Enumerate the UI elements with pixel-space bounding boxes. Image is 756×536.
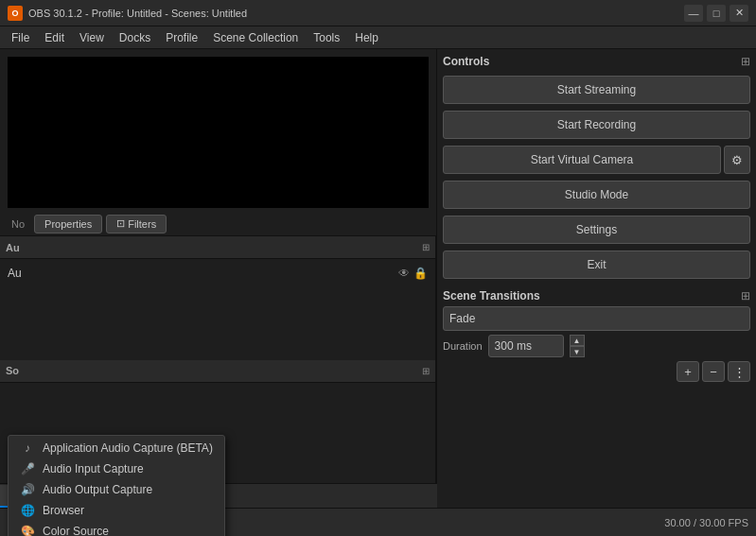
transition-select[interactable]: Fade Cut Swipe Slide — [443, 306, 750, 331]
dropdown-item-label: Audio Input Capture — [43, 462, 144, 475]
audio-panel-label: Au — [6, 242, 20, 253]
app-audio-icon: ♪ — [20, 441, 35, 455]
remove-transition-button[interactable]: − — [702, 361, 725, 382]
audio-panel-header: Au ⊞ — [0, 236, 435, 259]
start-virtual-camera-button[interactable]: Start Virtual Camera — [443, 146, 721, 174]
controls-header: Controls ⊞ — [443, 55, 750, 68]
audio-panel-content: Au 👁 🔒 — [0, 259, 435, 360]
spin-buttons: ▲ ▼ — [570, 335, 585, 357]
title-bar: O OBS 30.1.2 - Profile: Untitled - Scene… — [0, 0, 756, 26]
window-controls: — □ ✕ — [684, 5, 748, 22]
studio-mode-button[interactable]: Studio Mode — [443, 181, 750, 209]
virtual-camera-row: Start Virtual Camera ⚙ — [443, 146, 750, 177]
add-transition-button[interactable]: + — [677, 361, 699, 382]
duration-row: Duration ▲ ▼ — [443, 335, 750, 357]
lock-icon[interactable]: 🔒 — [413, 267, 428, 280]
color-source-icon: 🎨 — [20, 525, 35, 536]
right-panel: Controls ⊞ Start Streaming Start Recordi… — [437, 49, 756, 508]
duration-input[interactable] — [488, 335, 564, 357]
settings-button[interactable]: Settings — [443, 216, 750, 244]
dropdown-item-label: Browser — [43, 504, 84, 517]
browser-icon: 🌐 — [20, 504, 35, 517]
menu-scene-collection[interactable]: Scene Collection — [205, 29, 306, 46]
panel-toolbar: No Properties ⊡ Filters — [0, 212, 436, 236]
dropdown-item-label: Color Source — [43, 525, 109, 536]
filters-button[interactable]: ⊡ Filters — [106, 215, 167, 233]
audio-dock-button[interactable]: ⊞ — [422, 242, 430, 252]
no-scene-label: No — [6, 218, 30, 230]
window-title: OBS 30.1.2 - Profile: Untitled - Scenes:… — [28, 8, 684, 19]
sources-panel-label: So — [6, 365, 19, 376]
fps-display: 30.00 / 30.00 FPS — [664, 517, 748, 528]
minimize-button[interactable]: — — [684, 5, 703, 22]
eye-icon[interactable]: 👁 — [398, 267, 410, 280]
menu-view[interactable]: View — [72, 29, 112, 46]
dropdown-item-audio-output[interactable]: 🔊 Audio Output Capture — [9, 479, 224, 500]
menu-edit[interactable]: Edit — [37, 29, 72, 46]
menu-file[interactable]: File — [4, 29, 37, 46]
filter-icon: ⊡ — [116, 217, 125, 230]
menu-docks[interactable]: Docks — [112, 29, 158, 46]
app-icon: O — [8, 6, 23, 21]
transitions-dock-button[interactable]: ⊞ — [741, 289, 750, 303]
controls-dock-button[interactable]: ⊞ — [741, 55, 750, 68]
more-transition-options-button[interactable]: ⋮ — [728, 361, 750, 382]
source-name: Au — [8, 267, 22, 280]
menu-tools[interactable]: Tools — [306, 29, 347, 46]
sources-panel-header: So ⊞ — [0, 360, 435, 383]
menu-help[interactable]: Help — [347, 29, 386, 46]
maximize-button[interactable]: □ — [707, 5, 726, 22]
spin-up-button[interactable]: ▲ — [570, 335, 585, 346]
close-button[interactable]: ✕ — [730, 5, 748, 22]
preview-area — [8, 57, 429, 208]
spin-down-button[interactable]: ▼ — [570, 346, 585, 357]
transitions-footer: + − ⋮ — [443, 361, 750, 382]
start-recording-button[interactable]: Start Recording — [443, 111, 750, 139]
audio-input-icon: 🎤 — [20, 462, 35, 475]
audio-output-icon: 🔊 — [20, 483, 35, 496]
duration-label: Duration — [443, 340, 483, 352]
list-item[interactable]: Au 👁 🔒 — [0, 261, 435, 285]
menu-profile[interactable]: Profile — [158, 29, 205, 46]
dropdown-item-label: Application Audio Capture (BETA) — [43, 441, 213, 455]
transitions-section: Scene Transitions ⊞ Fade Cut Swipe Slide… — [443, 289, 750, 382]
controls-title: Controls — [443, 55, 489, 68]
dropdown-item-browser[interactable]: 🌐 Browser — [9, 500, 224, 521]
transitions-header: Scene Transitions ⊞ — [443, 289, 750, 303]
start-streaming-button[interactable]: Start Streaming — [443, 76, 750, 104]
dropdown-item-label: Audio Output Capture — [43, 483, 152, 496]
exit-button[interactable]: Exit — [443, 251, 750, 279]
add-source-dropdown: ♪ Application Audio Capture (BETA) 🎤 Aud… — [8, 435, 225, 536]
properties-button[interactable]: Properties — [34, 215, 102, 233]
transitions-title: Scene Transitions — [443, 289, 540, 303]
sources-dock-button[interactable]: ⊞ — [422, 366, 430, 376]
dropdown-item-audio-input[interactable]: 🎤 Audio Input Capture — [9, 458, 224, 479]
dropdown-item-app-audio[interactable]: ♪ Application Audio Capture (BETA) — [9, 438, 224, 458]
virtual-camera-settings-button[interactable]: ⚙ — [724, 146, 750, 174]
menu-bar: File Edit View Docks Profile Scene Colle… — [0, 26, 756, 49]
dropdown-item-color-source[interactable]: 🎨 Color Source — [9, 521, 224, 536]
